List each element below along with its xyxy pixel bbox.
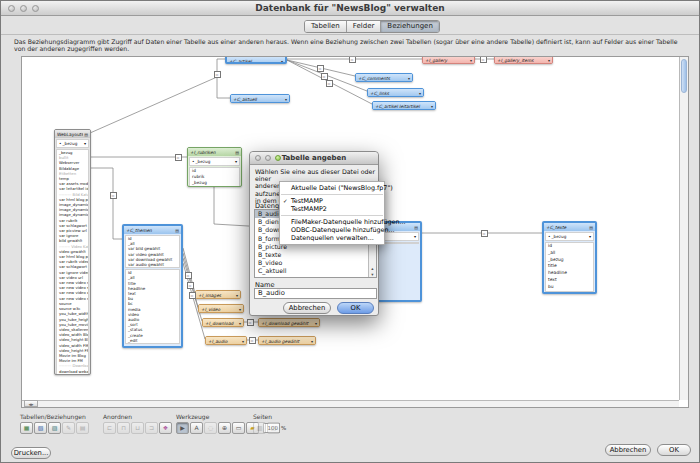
- table-occurrence--I_gallery[interactable]: +I_gallery▾: [422, 56, 475, 64]
- table-header[interactable]: +C_links▾: [368, 89, 423, 97]
- expand-arrow-icon[interactable]: ▾: [470, 58, 472, 63]
- sort-arrow-icon[interactable]: ▾: [235, 158, 237, 165]
- table-menu-icon[interactable]: ▤: [84, 132, 88, 137]
- duplicate-table-button[interactable]: ▨: [48, 422, 61, 434]
- table-occurrence--I_images[interactable]: +I_images▾: [195, 290, 241, 299]
- relationship-operator[interactable]: =: [317, 65, 324, 72]
- tab-tabellen[interactable]: Tabellen: [305, 21, 347, 32]
- dialog-cancel-button[interactable]: Abbrechen: [283, 302, 331, 314]
- tab-beziehungen[interactable]: Beziehungen: [381, 21, 439, 32]
- vertical-scrollbar[interactable]: [679, 57, 688, 400]
- ok-button[interactable]: OK: [657, 444, 691, 456]
- vertical-scrollbar-thumb[interactable]: [681, 59, 687, 93]
- relationship-operator[interactable]: =: [214, 71, 221, 78]
- relationship-operator[interactable]: =: [349, 56, 356, 63]
- table-header[interactable]: +C_aktuell▾: [231, 95, 289, 103]
- table-menu-icon[interactable]: ▤: [589, 225, 593, 230]
- table-occurrence--C_artikel[interactable]: +C_artikel▾: [225, 56, 287, 64]
- print-button[interactable]: Drucken...: [11, 447, 51, 459]
- table-occurrence--C_texte[interactable]: +C_texte▤•_bezug▾id_all_bezugtitleheadli…: [542, 221, 597, 294]
- menu-item[interactable]: Datenquellen verwalten...: [280, 234, 384, 242]
- relationship-operator[interactable]: =: [247, 319, 254, 326]
- expand-arrow-icon[interactable]: ▾: [242, 339, 244, 344]
- table-occurrence--I_download-gew-hlt[interactable]: +I_download gewählt▾: [258, 318, 320, 327]
- menu-item[interactable]: FileMaker-Datenquelle hinzufügen...: [280, 218, 384, 226]
- expand-arrow-icon[interactable]: ▾: [281, 59, 283, 64]
- expand-arrow-icon[interactable]: ▾: [236, 293, 238, 298]
- table-header[interactable]: +I_download gewählt▾: [259, 319, 319, 327]
- expand-arrow-icon[interactable]: ▾: [315, 321, 317, 326]
- table-header[interactable]: +I_gallery_items▾: [495, 56, 552, 64]
- table-color-button[interactable]: ❖: [159, 422, 172, 434]
- relationship-operator[interactable]: =: [110, 192, 117, 199]
- table-occurrence--I_audio-gew-hlt[interactable]: +I_audio gewählt▾: [258, 336, 316, 345]
- scroll-down-icon[interactable]: ▾: [369, 272, 376, 277]
- scroll-up-icon[interactable]: ▴: [369, 266, 376, 271]
- text-note-tool-button[interactable]: A: [190, 422, 203, 434]
- cancel-button[interactable]: Abbrechen: [605, 444, 651, 456]
- table-menu-icon[interactable]: ▤: [235, 150, 239, 155]
- table-occurrence--C_artikel-leitartikel[interactable]: +C_artikel leitartikel▾: [372, 101, 436, 110]
- table-occurrence--C_links[interactable]: +C_links▾: [367, 88, 424, 97]
- relationship-operator[interactable]: =: [249, 337, 256, 344]
- selection-tool-button[interactable]: ▶: [176, 422, 189, 434]
- table-menu-icon[interactable]: ▤: [414, 225, 418, 230]
- relationship-operator[interactable]: =: [185, 272, 192, 279]
- table-occurrence--I_gallery_items[interactable]: +I_gallery_items▾: [494, 56, 553, 64]
- zoom-tool-button[interactable]: ⊕: [218, 422, 231, 434]
- table-header[interactable]: +I_images▾: [196, 291, 240, 299]
- add-table-button[interactable]: ▦: [20, 422, 33, 434]
- name-input[interactable]: B_audio: [254, 288, 377, 299]
- expand-arrow-icon[interactable]: ▾: [239, 321, 241, 326]
- table-header[interactable]: +I_download▾: [203, 319, 243, 327]
- table-list-item[interactable]: B_texte: [255, 251, 376, 259]
- menu-item[interactable]: ODBC-Datenquelle hinzufügen...: [280, 226, 384, 234]
- table-header[interactable]: +C_artikel leitartikel▾: [373, 102, 435, 110]
- table-header[interactable]: +I_gallery▾: [423, 56, 474, 64]
- dialog-titlebar[interactable]: Tabelle angeben: [250, 152, 378, 165]
- table-header[interactable]: +C_artikel▾: [227, 57, 285, 64]
- table-header[interactable]: +I_video▾: [199, 305, 243, 313]
- relationship-operator[interactable]: =: [326, 80, 333, 87]
- relationship-operator[interactable]: =: [175, 154, 182, 161]
- scroll-arrows-icon[interactable]: ◂▸: [24, 400, 38, 407]
- add-relationship-button[interactable]: ▧: [34, 422, 47, 434]
- dialog-ok-button[interactable]: OK: [337, 302, 374, 314]
- table-occurrence-WebLayouts[interactable]: WebLayouts▤•_bezug▾_bezugbullitWebserver…: [54, 129, 91, 375]
- table-occurrence--I_download[interactable]: +I_download▾: [202, 318, 244, 327]
- table-header[interactable]: +I_rubriken▤: [188, 148, 241, 156]
- window-titlebar[interactable]: Datenbank für "NewsBlog" verwalten: [1, 1, 699, 16]
- table-occurrence--C_aktuell[interactable]: +C_aktuell▾: [230, 94, 290, 103]
- relationship-operator[interactable]: =: [481, 230, 488, 237]
- note-tool-button[interactable]: ▭: [232, 422, 245, 434]
- table-list-item[interactable]: C_aktuell: [255, 267, 376, 275]
- menu-item[interactable]: Aktuelle Datei ("NewsBlog.fp7"): [280, 184, 384, 192]
- table-occurrence--C_themen[interactable]: +C_themen▤id_allvar bild gewähltvar vide…: [122, 224, 183, 348]
- expand-arrow-icon[interactable]: ▾: [408, 76, 410, 81]
- horizontal-scrollbar[interactable]: [22, 400, 679, 407]
- table-header[interactable]: +C_texte▤: [544, 223, 595, 231]
- relationship-operator[interactable]: =: [480, 56, 487, 63]
- tab-felder[interactable]: Felder: [347, 21, 382, 32]
- table-menu-icon[interactable]: ▤: [175, 228, 179, 233]
- table-header[interactable]: +I_audio gewählt▾: [259, 337, 315, 345]
- menu-item[interactable]: ✓TestMAMP: [280, 197, 384, 205]
- table-occurrence--I_video[interactable]: +I_video▾: [198, 304, 244, 313]
- table-occurrence--I_rubriken[interactable]: +I_rubriken▤•_bezug▾idrubrik_bezug: [187, 147, 242, 187]
- table-header[interactable]: +C_comments▾: [356, 74, 412, 82]
- expand-arrow-icon[interactable]: ▾: [311, 339, 313, 344]
- table-occurrence--I_audio[interactable]: +I_audio▾: [205, 336, 247, 345]
- relationship-operator[interactable]: =: [189, 292, 196, 299]
- expand-arrow-icon[interactable]: ▾: [239, 307, 241, 312]
- relationship-operator[interactable]: =: [187, 282, 194, 289]
- menu-item[interactable]: TestMAMP2: [280, 205, 384, 213]
- sort-arrow-icon[interactable]: ▾: [589, 233, 591, 240]
- expand-arrow-icon[interactable]: ▾: [285, 97, 287, 102]
- relationship-operator[interactable]: =: [321, 73, 328, 80]
- table-list-item[interactable]: B_video: [255, 259, 376, 267]
- table-occurrence--C_comments[interactable]: +C_comments▾: [355, 73, 413, 82]
- expand-arrow-icon[interactable]: ▾: [548, 58, 550, 63]
- expand-arrow-icon[interactable]: ▾: [431, 104, 433, 109]
- sort-arrow-icon[interactable]: ▾: [84, 140, 86, 147]
- table-header[interactable]: +I_audio▾: [206, 337, 246, 345]
